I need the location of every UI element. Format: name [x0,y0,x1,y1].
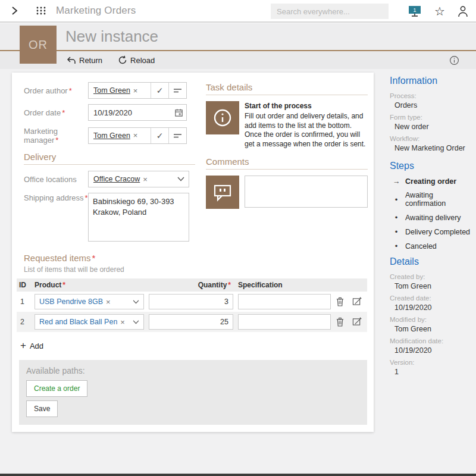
edit-row-icon[interactable] [352,297,362,306]
form-card: Order author* Tom Green × ✓ Order date* … [12,73,374,432]
delete-icon[interactable] [336,317,345,327]
table-row: 1 USB Pendrive 8GB × [17,292,367,312]
create-order-button[interactable]: Create a order [26,380,87,397]
table-row: 2 Red and Black Ball Pen × [17,312,367,332]
info-sidebar: Information Process: Orders Form type: N… [390,76,472,380]
reload-label: Reload [130,56,155,65]
pick-person-button[interactable] [168,83,186,98]
return-icon [67,56,76,65]
product-value: Red and Black Ball Pen [39,318,117,326]
col-product: Product* [35,281,149,289]
task-count-badge: 1 [414,7,416,13]
marketing-manager-value: Tom Green [93,131,130,140]
chevron-down-icon [177,177,184,181]
marketing-manager-field[interactable]: Tom Green × ✓ [88,127,187,144]
order-date-value: 10/19/2020 [89,105,171,120]
office-locations-label: Office locations [24,174,88,184]
calendar-button[interactable] [171,105,186,120]
check-icon: ✓ [156,131,164,140]
remove-icon[interactable]: × [143,175,148,184]
office-locations-select[interactable]: Office Cracow × [88,171,189,187]
chevron-down-icon [133,320,139,324]
comments-input[interactable] [245,176,368,208]
process-item: Process: Orders [390,92,472,109]
expand-nav-icon[interactable] [8,5,20,17]
add-item-button[interactable]: + Add [20,340,43,352]
quantity-input[interactable] [149,314,233,330]
delivery-section-heading: Delivery [24,152,195,165]
save-button[interactable]: Save [26,400,58,417]
quantity-input[interactable] [149,294,233,309]
steps-list: → Creating order • Awaiting confirmation… [390,177,472,250]
shipping-address-input[interactable]: Babinskiego 69, 30-393 Krakow, Poland [88,193,189,242]
favorites-star-icon[interactable]: ☆ [434,5,445,17]
col-specification: Specification [238,281,336,289]
task-info-tile [206,101,239,134]
modification-date-item: Modification date: 10/19/2020 [390,337,472,355]
details-heading: Details [390,256,472,267]
remove-icon[interactable]: × [106,298,111,306]
edit-row-icon[interactable] [352,317,362,326]
available-paths-panel: Available paths: Create a order Save [19,360,367,425]
available-paths-label: Available paths: [26,366,360,375]
version-item: Version: 1 [390,359,472,376]
confirm-person-button[interactable]: ✓ [151,128,168,143]
order-date-field[interactable]: 10/19/2020 [88,104,187,121]
modified-by-item: Modified by: Tom Green [390,316,472,333]
step-awaiting-confirmation: • Awaiting confirmation [390,191,472,208]
dropdown-button[interactable] [173,171,189,187]
person-list-icon [173,87,182,94]
confirm-person-button[interactable]: ✓ [151,83,168,98]
info-icon[interactable] [449,55,459,65]
order-author-field[interactable]: Tom Green × ✓ [88,82,187,99]
current-step-arrow-icon: → [393,177,400,186]
instance-avatar: OR [20,26,57,64]
search-box[interactable] [271,4,389,19]
product-select[interactable]: Red and Black Ball Pen × [35,314,144,330]
app-grid-icon[interactable] [36,5,46,16]
items-table: ID Product* Quantity* Specification 1 US… [17,278,367,332]
specification-input[interactable] [238,294,331,309]
items-table-header: ID Product* Quantity* Specification [17,278,367,292]
row-id: 1 [19,298,35,306]
tasks-monitor-icon[interactable]: 1 [407,4,422,18]
product-select[interactable]: USB Pendrive 8GB × [35,294,144,309]
delete-icon[interactable] [336,297,345,306]
step-creating-order: → Creating order [390,177,472,186]
order-author-value: Tom Green [93,86,130,95]
remove-icon[interactable]: × [133,131,138,140]
step-bullet-icon: • [393,213,400,222]
remove-icon[interactable]: × [133,86,138,95]
return-label: Return [79,56,102,65]
order-author-label: Order author* [24,86,88,95]
comments-heading: Comments [206,156,368,170]
bottom-edge-bar [0,474,476,476]
pick-person-button[interactable] [168,128,186,143]
marketing-manager-label: Marketing manager* [24,126,88,145]
task-description: Start of the process Fill out order and … [245,101,368,149]
remove-icon[interactable]: × [120,318,125,327]
steps-heading: Steps [390,161,472,171]
user-profile-icon[interactable] [457,5,469,18]
info-circle-icon [211,106,234,130]
reload-icon [118,55,127,65]
calendar-icon [174,108,183,117]
comments-tile [206,176,239,209]
row-id: 2 [19,318,35,326]
information-heading: Information [390,76,472,86]
specification-input[interactable] [238,314,331,330]
col-quantity: Quantity* [149,281,238,289]
return-button[interactable]: Return [67,56,102,65]
search-input[interactable] [271,7,385,16]
chevron-down-icon [133,300,139,304]
check-icon: ✓ [156,86,164,95]
task-title: Start of the process [245,102,368,111]
requested-items-heading: Requested items* [24,253,368,263]
created-date-item: Created date: 10/19/2020 [390,295,472,312]
requested-items-hint: List of items that will be ordered [24,265,368,274]
person-list-icon [173,132,182,139]
app-title: Marketing Orders [56,5,136,17]
shipping-address-label: Shipping address* [24,193,88,202]
reload-button[interactable]: Reload [118,55,155,65]
page-title: New instance [65,27,158,46]
